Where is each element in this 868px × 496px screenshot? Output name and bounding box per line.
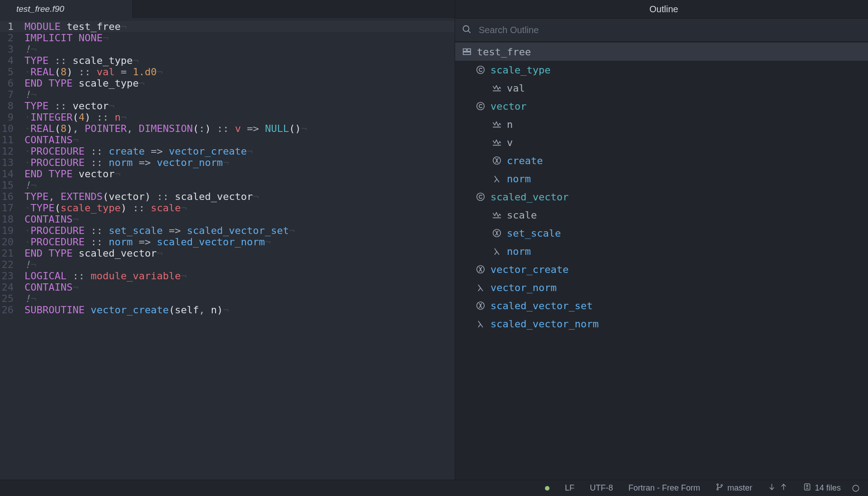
outline-item-label: scaled_vector_norm (490, 318, 598, 330)
code-line[interactable]: 17·TYPE(scale_type) :: scale¬ (0, 202, 455, 214)
code-line-content: SUBROUTINE vector_create(self, n)¬ (23, 304, 455, 316)
tab-filename: test_free.f90 (16, 4, 64, 14)
line-number: 18 (0, 214, 23, 225)
status-line-ending[interactable]: LF (565, 483, 574, 493)
outline-item[interactable]: n (455, 115, 868, 133)
code-line[interactable]: 21END TYPE scaled_vector¬ (0, 248, 455, 259)
outline-item-label: create (507, 155, 543, 166)
outline-item[interactable]: scale_type (455, 61, 868, 79)
status-files[interactable]: 14 files (803, 483, 841, 493)
code-line-content: END TYPE scale_type¬ (23, 78, 455, 89)
outline-item[interactable]: scaled_vector_norm (455, 315, 868, 333)
code-line[interactable]: 12·PROCEDURE :: create => vector_create¬ (0, 146, 455, 157)
outline-search-row (455, 18, 868, 42)
lambda-icon (491, 174, 502, 184)
line-number: 11 (0, 134, 23, 146)
outline-item[interactable]: vector (455, 97, 868, 115)
var-icon (491, 83, 502, 93)
outline-item-label: val (507, 83, 525, 94)
code-line[interactable]: 24CONTAINS¬ (0, 282, 455, 293)
outline-search-input[interactable] (478, 24, 862, 36)
status-dot-icon (545, 486, 549, 491)
line-number: 20 (0, 236, 23, 248)
code-line[interactable]: 11CONTAINS¬ (0, 134, 455, 146)
status-encoding[interactable]: UTF-8 (590, 483, 613, 493)
status-branch[interactable]: master (716, 483, 752, 493)
status-grammar[interactable]: Fortran - Free Form (628, 483, 700, 493)
method-icon (491, 156, 502, 165)
outline-item[interactable]: norm (455, 170, 868, 188)
svg-rect-10 (463, 52, 471, 55)
outline-item[interactable]: v (455, 133, 868, 151)
code-line[interactable]: 1MODULE test_free¬ (0, 21, 455, 32)
outline-item-label: norm (507, 173, 531, 185)
outline-item-label: norm (507, 246, 531, 257)
code-line[interactable]: 13·PROCEDURE :: norm => vector_norm¬ (0, 157, 455, 168)
code-line[interactable]: 3!¬ (0, 44, 455, 55)
code-line[interactable]: 19·PROCEDURE :: set_scale => scaled_vect… (0, 225, 455, 236)
line-number: 12 (0, 146, 23, 157)
app-root: test_free.f90 1MODULE test_free¬2IMPLICI… (0, 0, 868, 496)
code-line-content: IMPLICIT NONE¬ (23, 32, 455, 44)
code-line-content: TYPE :: scale_type¬ (23, 55, 455, 66)
outline-item[interactable]: scale (455, 206, 868, 224)
outline-item-label: vector_create (490, 264, 569, 275)
code-line[interactable]: 2IMPLICIT NONE¬ (0, 32, 455, 44)
line-number: 8 (0, 100, 23, 112)
status-overflow[interactable] (852, 484, 860, 492)
code-line[interactable]: 26SUBROUTINE vector_create(self, n)¬ (0, 304, 455, 316)
outline-item[interactable]: set_scale (455, 224, 868, 242)
line-number: 15 (0, 180, 23, 191)
line-number: 26 (0, 304, 23, 316)
lambda-icon (491, 246, 502, 256)
git-branch-icon (716, 483, 724, 493)
lambda-icon (475, 319, 486, 329)
outline-item[interactable]: create (455, 151, 868, 170)
code-line[interactable]: 23LOGICAL :: module_variable¬ (0, 270, 455, 282)
code-line[interactable]: 6END TYPE scale_type¬ (0, 78, 455, 89)
svg-point-31 (853, 485, 859, 491)
line-number: 5 (0, 66, 23, 78)
status-fetch[interactable] (768, 483, 788, 493)
arrow-down-icon (768, 483, 776, 493)
code-line-content: TYPE :: vector¬ (23, 100, 455, 112)
method-icon (475, 264, 486, 274)
code-line[interactable]: 7!¬ (0, 89, 455, 100)
code-line[interactable]: 8TYPE :: vector¬ (0, 100, 455, 112)
line-number: 7 (0, 89, 23, 100)
code-line-content: !¬ (23, 259, 455, 270)
svg-point-17 (477, 193, 485, 201)
code-area[interactable]: 1MODULE test_free¬2IMPLICIT NONE¬3!¬4TYP… (0, 18, 455, 480)
outline-item-label: set_scale (507, 228, 561, 239)
outline-item[interactable]: norm (455, 242, 868, 260)
var-icon (491, 119, 502, 129)
line-number: 3 (0, 44, 23, 55)
code-line-content: !¬ (23, 89, 455, 100)
code-line[interactable]: 16TYPE, EXTENDS(vector) :: scaled_vector… (0, 191, 455, 202)
code-line[interactable]: 5·REAL(8) :: val = 1.d0¬ (0, 66, 455, 78)
code-line[interactable]: 20·PROCEDURE :: norm => scaled_vector_no… (0, 236, 455, 248)
line-number: 4 (0, 55, 23, 66)
code-line[interactable]: 18CONTAINS¬ (0, 214, 455, 225)
code-line[interactable]: 4TYPE :: scale_type¬ (0, 55, 455, 66)
code-line[interactable]: 9·INTEGER(4) :: n¬ (0, 112, 455, 123)
line-number: 17 (0, 202, 23, 214)
outline-item[interactable]: scaled_vector_set (455, 297, 868, 315)
outline-item[interactable]: vector_create (455, 260, 868, 278)
outline-item[interactable]: vector_norm (455, 278, 868, 297)
class-icon (475, 65, 486, 75)
code-line[interactable]: 14END TYPE vector¬ (0, 168, 455, 180)
code-line[interactable]: 15!¬ (0, 180, 455, 191)
line-number: 14 (0, 168, 23, 180)
tab-active[interactable]: test_free.f90 (0, 0, 133, 18)
line-number: 19 (0, 225, 23, 236)
outline-item[interactable]: val (455, 79, 868, 97)
outline-item[interactable]: test_free (455, 43, 868, 61)
code-line-content: CONTAINS¬ (23, 282, 455, 293)
lambda-icon (475, 282, 486, 292)
code-line[interactable]: 25!¬ (0, 293, 455, 304)
code-line[interactable]: 22!¬ (0, 259, 455, 270)
outline-item[interactable]: scaled_vector (455, 188, 868, 206)
arrow-up-icon (780, 483, 788, 493)
code-line[interactable]: 10·REAL(8), POINTER, DIMENSION(:) :: v =… (0, 123, 455, 134)
